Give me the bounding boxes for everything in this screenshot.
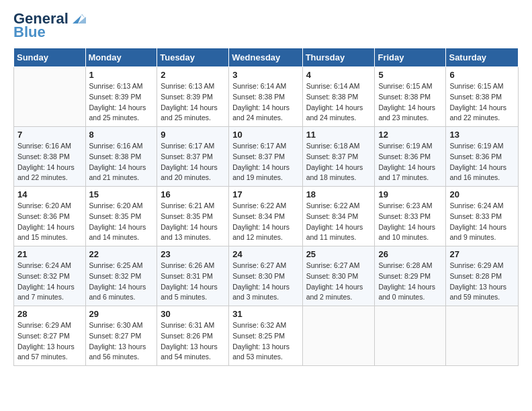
day-info: Sunrise: 6:30 AMSunset: 8:27 PMDaylight:… [89, 320, 154, 363]
day-number: 11 [306, 130, 371, 140]
calendar-cell [446, 306, 519, 366]
col-header-thursday: Thursday [302, 48, 375, 67]
day-info: Sunrise: 6:27 AMSunset: 8:30 PMDaylight:… [232, 261, 298, 303]
day-info: Sunrise: 6:19 AMSunset: 8:36 PMDaylight:… [449, 141, 515, 183]
day-number: 30 [161, 309, 225, 319]
day-info: Sunrise: 6:20 AMSunset: 8:35 PMDaylight:… [89, 201, 154, 243]
day-number: 3 [232, 70, 298, 80]
calendar-cell: 7Sunrise: 6:16 AMSunset: 8:38 PMDaylight… [14, 127, 86, 187]
day-info: Sunrise: 6:26 AMSunset: 8:31 PMDaylight:… [161, 261, 225, 303]
day-info: Sunrise: 6:15 AMSunset: 8:38 PMDaylight:… [378, 81, 442, 124]
calendar-cell: 9Sunrise: 6:17 AMSunset: 8:37 PMDaylight… [157, 127, 229, 187]
calendar-cell: 30Sunrise: 6:31 AMSunset: 8:26 PMDayligh… [157, 306, 229, 366]
day-number: 16 [161, 189, 225, 199]
calendar-week-3: 14Sunrise: 6:20 AMSunset: 8:36 PMDayligh… [14, 187, 519, 246]
day-info: Sunrise: 6:28 AMSunset: 8:29 PMDaylight:… [378, 261, 442, 303]
calendar-cell: 26Sunrise: 6:28 AMSunset: 8:29 PMDayligh… [375, 246, 446, 306]
calendar-week-1: 1Sunrise: 6:13 AMSunset: 8:39 PMDaylight… [14, 67, 519, 127]
calendar-week-5: 28Sunrise: 6:29 AMSunset: 8:27 PMDayligh… [14, 306, 519, 366]
day-info: Sunrise: 6:21 AMSunset: 8:35 PMDaylight:… [161, 201, 225, 243]
day-number: 20 [449, 189, 515, 199]
day-info: Sunrise: 6:22 AMSunset: 8:34 PMDaylight:… [232, 201, 298, 243]
calendar-cell: 23Sunrise: 6:26 AMSunset: 8:31 PMDayligh… [157, 246, 229, 306]
day-number: 23 [161, 249, 225, 259]
day-info: Sunrise: 6:16 AMSunset: 8:38 PMDaylight:… [89, 141, 154, 183]
calendar-cell: 19Sunrise: 6:23 AMSunset: 8:33 PMDayligh… [375, 187, 446, 246]
day-info: Sunrise: 6:29 AMSunset: 8:27 PMDaylight:… [17, 320, 82, 363]
calendar-cell: 27Sunrise: 6:29 AMSunset: 8:28 PMDayligh… [446, 246, 519, 306]
day-info: Sunrise: 6:17 AMSunset: 8:37 PMDaylight:… [161, 141, 225, 183]
day-info: Sunrise: 6:18 AMSunset: 8:37 PMDaylight:… [306, 141, 371, 183]
day-info: Sunrise: 6:17 AMSunset: 8:37 PMDaylight:… [232, 141, 298, 183]
calendar-cell: 13Sunrise: 6:19 AMSunset: 8:36 PMDayligh… [446, 127, 519, 187]
day-number: 12 [378, 130, 442, 140]
day-number: 24 [232, 249, 298, 259]
calendar-cell: 21Sunrise: 6:24 AMSunset: 8:32 PMDayligh… [14, 246, 86, 306]
calendar-cell: 24Sunrise: 6:27 AMSunset: 8:30 PMDayligh… [229, 246, 302, 306]
day-number: 26 [378, 249, 442, 259]
day-number: 17 [232, 189, 298, 199]
col-header-sunday: Sunday [14, 48, 86, 67]
day-number: 1 [89, 70, 154, 80]
calendar-cell: 15Sunrise: 6:20 AMSunset: 8:35 PMDayligh… [85, 187, 157, 246]
col-header-friday: Friday [375, 48, 446, 67]
day-number: 19 [378, 189, 442, 199]
day-info: Sunrise: 6:32 AMSunset: 8:25 PMDaylight:… [232, 320, 298, 363]
col-header-saturday: Saturday [446, 48, 519, 67]
col-header-wednesday: Wednesday [229, 48, 302, 67]
day-info: Sunrise: 6:24 AMSunset: 8:33 PMDaylight:… [449, 201, 515, 243]
day-number: 5 [378, 70, 442, 80]
day-number: 29 [89, 309, 154, 319]
day-info: Sunrise: 6:19 AMSunset: 8:36 PMDaylight:… [378, 141, 442, 183]
day-info: Sunrise: 6:13 AMSunset: 8:39 PMDaylight:… [89, 81, 154, 124]
calendar-cell: 2Sunrise: 6:13 AMSunset: 8:39 PMDaylight… [157, 67, 229, 127]
logo: General Blue [13, 10, 87, 41]
day-number: 4 [306, 70, 371, 80]
col-header-tuesday: Tuesday [157, 48, 229, 67]
day-info: Sunrise: 6:24 AMSunset: 8:32 PMDaylight:… [17, 261, 82, 303]
calendar-cell [375, 306, 446, 366]
day-number: 28 [17, 309, 82, 319]
day-info: Sunrise: 6:23 AMSunset: 8:33 PMDaylight:… [378, 201, 442, 243]
calendar-header-row: SundayMondayTuesdayWednesdayThursdayFrid… [14, 48, 519, 67]
day-info: Sunrise: 6:15 AMSunset: 8:38 PMDaylight:… [449, 81, 515, 124]
calendar-week-4: 21Sunrise: 6:24 AMSunset: 8:32 PMDayligh… [14, 246, 519, 306]
col-header-monday: Monday [85, 48, 157, 67]
calendar-cell: 29Sunrise: 6:30 AMSunset: 8:27 PMDayligh… [85, 306, 157, 366]
day-number: 27 [449, 249, 515, 259]
calendar-cell: 1Sunrise: 6:13 AMSunset: 8:39 PMDaylight… [85, 67, 157, 127]
header: General Blue [13, 10, 519, 41]
day-info: Sunrise: 6:31 AMSunset: 8:26 PMDaylight:… [161, 320, 225, 363]
day-number: 21 [17, 249, 82, 259]
calendar-cell: 31Sunrise: 6:32 AMSunset: 8:25 PMDayligh… [229, 306, 302, 366]
day-number: 6 [449, 70, 515, 80]
calendar-cell: 28Sunrise: 6:29 AMSunset: 8:27 PMDayligh… [14, 306, 86, 366]
day-info: Sunrise: 6:13 AMSunset: 8:39 PMDaylight:… [161, 81, 225, 124]
day-number: 14 [17, 189, 82, 199]
day-number: 9 [161, 130, 225, 140]
day-info: Sunrise: 6:14 AMSunset: 8:38 PMDaylight:… [232, 81, 298, 124]
day-number: 25 [306, 249, 371, 259]
day-number: 13 [449, 130, 515, 140]
day-number: 15 [89, 189, 154, 199]
day-number: 31 [232, 309, 298, 319]
day-info: Sunrise: 6:27 AMSunset: 8:30 PMDaylight:… [306, 261, 371, 303]
calendar-cell: 17Sunrise: 6:22 AMSunset: 8:34 PMDayligh… [229, 187, 302, 246]
day-info: Sunrise: 6:25 AMSunset: 8:32 PMDaylight:… [89, 261, 154, 303]
day-number: 18 [306, 189, 371, 199]
day-number: 2 [161, 70, 225, 80]
calendar-cell: 6Sunrise: 6:15 AMSunset: 8:38 PMDaylight… [446, 67, 519, 127]
day-number: 7 [17, 130, 82, 140]
calendar-cell: 3Sunrise: 6:14 AMSunset: 8:38 PMDaylight… [229, 67, 302, 127]
day-number: 10 [232, 130, 298, 140]
calendar-cell: 11Sunrise: 6:18 AMSunset: 8:37 PMDayligh… [302, 127, 375, 187]
calendar-cell: 8Sunrise: 6:16 AMSunset: 8:38 PMDaylight… [85, 127, 157, 187]
calendar-cell [14, 67, 86, 127]
calendar-cell: 4Sunrise: 6:14 AMSunset: 8:38 PMDaylight… [302, 67, 375, 127]
calendar-cell: 22Sunrise: 6:25 AMSunset: 8:32 PMDayligh… [85, 246, 157, 306]
logo-icon [69, 11, 87, 26]
day-info: Sunrise: 6:14 AMSunset: 8:38 PMDaylight:… [306, 81, 371, 124]
logo-blue: Blue [13, 24, 46, 41]
calendar-cell: 10Sunrise: 6:17 AMSunset: 8:37 PMDayligh… [229, 127, 302, 187]
page: General Blue SundayMondayTuesdayWednesda… [0, 0, 532, 376]
